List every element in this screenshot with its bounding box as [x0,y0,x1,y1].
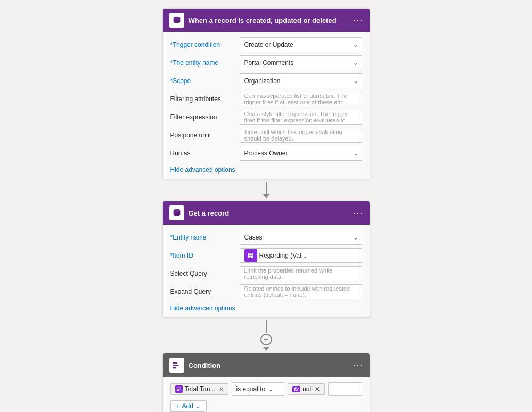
connector-line-2a [266,320,267,333]
svg-rect-11 [176,389,181,389]
condition-row: Total Tim... ✕ is equal to ⌄ fx null ✕ [170,382,362,396]
item-id-tag-icon [244,249,257,262]
select-query-label: Select Query [170,270,240,277]
filter-expr-input[interactable]: Odata style filter expression. The trigg… [240,110,362,125]
postpone-input[interactable]: Time until which the trigger evaluation … [240,128,362,143]
entity-name-select[interactable]: Portal Comments ⌄ [240,55,362,70]
run-as-label: Run as [170,150,240,157]
run-as-select[interactable]: Process Owner ⌄ [240,146,362,161]
scope-row: *Scope Organization ⌄ [170,73,362,88]
get-record-title: Get a record [189,209,349,217]
gr-entity-value: Cases [244,234,263,241]
hide-advanced-get[interactable]: Hide advanced options [170,304,235,312]
filtering-label: Filtering attributes [170,95,240,103]
get-record-header: Get a record ··· [163,201,370,225]
condition-text-input [328,382,362,396]
condition-more-icon[interactable]: ··· [353,360,363,371]
gr-entity-select[interactable]: Cases ⌄ [240,230,362,245]
filtering-placeholder: Comma-separated list of attributes. The … [244,93,357,105]
entity-name-label: *The entity name [170,59,240,67]
gr-entity-chevron: ⌄ [353,234,358,241]
svg-rect-6 [173,362,176,364]
trigger-card-header: When a record is created, updated or del… [163,9,370,32]
filter-expr-row: Filter expression Odata style filter exp… [170,110,362,125]
filtering-row: Filtering attributes Comma-separated lis… [170,92,362,106]
svg-rect-4 [249,255,252,256]
expand-query-input[interactable]: Related entries to include with requeste… [240,284,362,299]
condition-icon [172,360,182,370]
connector-line-1 [266,182,267,194]
trigger-condition-chevron: ⌄ [353,41,358,48]
filtering-input[interactable]: Comma-separated list of attributes. The … [240,92,362,106]
condition-add-button[interactable]: + Add ⌄ [170,400,207,412]
entity-name-chevron: ⌄ [353,59,358,67]
tag-inner-icon [176,386,182,392]
operator-chevron: ⌄ [268,386,273,393]
run-as-chevron: ⌄ [353,150,358,157]
database-icon [172,15,182,25]
condition-value-input[interactable] [328,382,362,396]
expand-query-placeholder: Related entries to include with requeste… [244,285,357,298]
scope-label: *Scope [170,77,240,85]
condition-operator-value: is equal to [236,385,266,393]
get-record-icon [169,205,184,220]
condition-fx-tag: fx null ✕ [288,383,325,395]
select-query-input[interactable]: Limit the properties returned while retr… [240,266,362,281]
hide-advanced-trigger[interactable]: Hide advanced options [170,166,235,174]
fx-badge: fx [292,386,300,392]
svg-rect-10 [176,388,181,388]
fx-tag-close[interactable]: ✕ [315,385,320,393]
svg-rect-5 [249,257,251,257]
connector-2: + [260,320,272,351]
scope-select[interactable]: Organization ⌄ [240,73,362,88]
trigger-card: When a record is created, updated or del… [162,8,370,179]
connector-1 [263,182,269,199]
condition-tag-total-time: Total Tim... ✕ [170,383,228,395]
condition-card: Condition ··· Total Tim... ✕ [162,353,370,412]
trigger-condition-value: Create or Update [244,41,293,48]
expand-query-label: Expand Query [170,288,240,295]
connector-arrow-1 [263,194,269,199]
svg-rect-12 [176,390,179,391]
add-chevron-icon: ⌄ [195,402,201,410]
trigger-header-icon [169,13,184,28]
item-id-input[interactable]: Regarding (Val... [240,248,362,263]
select-query-placeholder: Limit the properties returned while retr… [244,267,357,280]
postpone-row: Postpone until Time until which the trig… [170,128,362,143]
fx-value: null [302,385,313,393]
add-step-button[interactable]: + [260,334,272,345]
scope-chevron: ⌄ [353,77,358,85]
postpone-placeholder: Time until which the trigger evaluation … [244,129,357,142]
expand-query-row: Expand Query Related entries to include … [170,284,362,299]
gr-entity-label: *Entity name [170,234,240,241]
get-record-body: *Entity name Cases ⌄ *Item ID [163,225,370,317]
select-query-row: Select Query Limit the properties return… [170,266,362,281]
condition-operator-select[interactable]: is equal to ⌄ [232,382,285,396]
condition-tag-label: Total Tim... [185,385,216,393]
condition-tag-close[interactable]: ✕ [219,386,224,393]
condition-body: Total Tim... ✕ is equal to ⌄ fx null ✕ [163,377,370,412]
trigger-condition-row: *Trigger condition Create or Update ⌄ [170,37,362,52]
get-record-card: Get a record ··· *Entity name Cases ⌄ *I… [162,201,370,318]
svg-rect-8 [173,367,175,369]
connector-arrow-2 [263,347,269,351]
trigger-condition-select[interactable]: Create or Update ⌄ [240,37,362,52]
trigger-card-body: *Trigger condition Create or Update ⌄ *T… [163,32,370,179]
item-id-label: *Item ID [170,252,240,259]
trigger-more-icon[interactable]: ··· [353,15,363,26]
trigger-condition-label: *Trigger condition [170,41,240,48]
scope-value: Organization [244,77,281,85]
canvas: When a record is created, updated or del… [0,0,532,412]
item-id-row: *Item ID Regarding (Val... [170,248,362,263]
condition-header-icon [169,358,184,373]
run-as-row: Run as Process Owner ⌄ [170,146,362,161]
condition-title: Condition [189,361,349,369]
get-record-more-icon[interactable]: ··· [353,208,363,219]
add-label: Add [182,402,193,410]
tag-icon-total-time [175,385,183,393]
svg-rect-7 [173,365,178,366]
database-icon-2 [172,208,182,218]
entity-name-value: Portal Comments [244,59,294,67]
postpone-label: Postpone until [170,131,240,139]
add-plus-icon: + [176,402,180,410]
